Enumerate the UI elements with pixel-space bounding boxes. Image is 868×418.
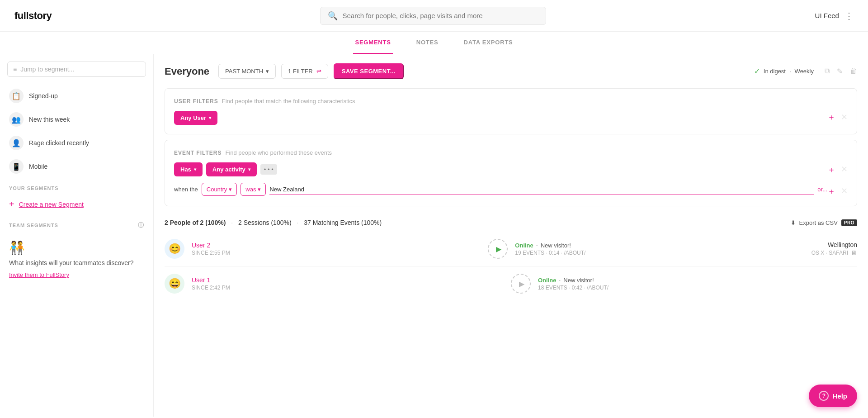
copy-icon[interactable]: ⧉ — [825, 67, 830, 76]
rage-clicked-icon: 👤 — [9, 136, 24, 150]
any-user-dropdown[interactable]: Any User ▾ — [174, 111, 217, 125]
team-segments-title: TEAM SEGMENTS ⓘ — [0, 214, 153, 233]
session-play-button-0[interactable]: ▶ — [488, 239, 508, 259]
user-since-1: SINCE 2:42 PM — [192, 285, 504, 291]
event-filter-actions: ＋ ✕ ＋ ✕ — [827, 162, 848, 197]
search-input[interactable] — [342, 12, 538, 19]
user-since-0: SINCE 2:55 PM — [192, 250, 481, 256]
user-filters-header: USER FILTERS Find people that match the … — [174, 98, 848, 104]
event-filters-section: EVENT FILTERS Find people who performed … — [165, 140, 857, 206]
create-segment-label[interactable]: Create a new Segment — [19, 201, 84, 208]
has-arrow: ▾ — [194, 167, 196, 172]
sidebar-item-rage-clicked[interactable]: 👤 Rage clicked recently — [0, 131, 153, 155]
location-city-0: Wellington — [811, 241, 857, 248]
event-filter-add-btn-bottom[interactable]: ＋ — [827, 186, 835, 197]
user-filter-actions: ＋ ✕ — [827, 111, 848, 123]
user-avatar-0: 😊 — [165, 239, 184, 259]
export-csv-button[interactable]: ⬇ Export as CSV PRO — [791, 219, 857, 226]
event-more-options[interactable]: • • • — [260, 164, 277, 175]
segment-search-icon: ≡ — [13, 66, 17, 73]
results-section: 2 People of 2 (100%) · 2 Sessions (100%)… — [165, 212, 857, 301]
event-filter-row-wrapper: Has ▾ Any activity ▾ • • • when the Coun… — [174, 162, 848, 197]
filter-count-button[interactable]: 1 FILTER ⇌ — [281, 64, 328, 79]
filter-icon: ⇌ — [316, 68, 321, 75]
user-name-0[interactable]: User 2 — [192, 242, 481, 249]
tab-segments[interactable]: SEGMENTS — [353, 32, 392, 54]
segment-title: Everyone — [165, 66, 209, 77]
rage-clicked-label: Rage clicked recently — [29, 139, 89, 147]
has-dropdown[interactable]: Has ▾ — [174, 162, 203, 176]
visitor-type-1: New visitor! — [563, 277, 594, 284]
user-filter-remove-btn[interactable]: ✕ — [841, 112, 848, 122]
create-segment[interactable]: + Create a new Segment — [0, 195, 153, 214]
session-status-0: Online · New visitor! — [515, 242, 804, 249]
content-area: Everyone PAST MONTH ▾ 1 FILTER ⇌ SAVE SE… — [154, 54, 868, 417]
user-info-1: User 1 SINCE 2:42 PM — [192, 276, 504, 291]
event-filters-header: EVENT FILTERS Find people who performed … — [174, 149, 848, 156]
your-segments-title: YOUR SEGMENTS — [0, 178, 153, 195]
search-icon: 🔍 — [328, 11, 338, 21]
play-icon-1: ▶ — [519, 280, 524, 288]
tab-notes[interactable]: NOTES — [415, 32, 440, 54]
country-value[interactable]: New Zealand — [269, 184, 814, 195]
edit-icon[interactable]: ✎ — [837, 67, 843, 76]
event-filter-remove-btn-bottom[interactable]: ✕ — [841, 186, 848, 197]
event-filter-rows: Has ▾ Any activity ▾ • • • when the Coun… — [174, 162, 827, 196]
session-info-0: Online · New visitor! 19 EVENTS · 0:14 ·… — [515, 242, 804, 256]
event-filter-remove-btn-top[interactable]: ✕ — [841, 164, 848, 175]
logo: fullstory — [14, 10, 52, 22]
event-filter-add-btn-top[interactable]: ＋ — [827, 164, 835, 175]
user-name-1[interactable]: User 1 — [192, 276, 504, 284]
digest-label: In digest — [764, 68, 786, 75]
os-info-0: OS X · SAFARI — [811, 250, 848, 256]
was-dropdown[interactable]: was ▾ — [241, 183, 266, 196]
new-this-week-icon: 👥 — [9, 112, 24, 127]
any-user-arrow: ▾ — [209, 115, 211, 120]
segment-search[interactable]: ≡ Jump to segment... — [7, 62, 146, 77]
delete-icon[interactable]: 🗑 — [850, 67, 857, 76]
help-button[interactable]: ? Help — [809, 385, 857, 407]
pro-badge: PRO — [841, 219, 857, 226]
activity-dropdown[interactable]: Any activity ▾ — [206, 162, 257, 176]
results-header: 2 People of 2 (100%) · 2 Sessions (100%)… — [165, 212, 857, 232]
tab-data-exports[interactable]: DATA EXPORTS — [462, 32, 515, 54]
session-play-button-1[interactable]: ▶ — [511, 274, 531, 294]
create-segment-plus-icon: + — [9, 199, 14, 209]
team-emoji: 🧑‍🤝‍🧑 — [9, 240, 144, 255]
team-segments-info-icon[interactable]: ⓘ — [138, 221, 144, 229]
sidebar-item-new-this-week[interactable]: 👥 New this week — [0, 108, 153, 131]
team-question: What insights will your teammates discov… — [9, 259, 144, 268]
event-filters-sub: Find people who performed these events — [225, 149, 332, 156]
monitor-icon-0: 🖥 — [851, 249, 857, 256]
save-segment-button[interactable]: SAVE SEGMENT... — [334, 63, 404, 79]
header-menu-icon[interactable]: ⋮ — [844, 10, 854, 21]
user-card-0: 😊 User 2 SINCE 2:55 PM ▶ Online · New vi… — [165, 232, 857, 266]
signed-up-icon: 📋 — [9, 89, 24, 103]
sidebar-item-signed-up[interactable]: 📋 Signed-up — [0, 84, 153, 108]
invite-link[interactable]: Invite them to FullStory — [9, 271, 144, 278]
signed-up-label: Signed-up — [29, 92, 58, 100]
online-badge-0: Online — [515, 242, 533, 249]
was-chevron: ▾ — [258, 186, 261, 193]
mobile-label: Mobile — [29, 163, 47, 170]
user-filter-add-btn[interactable]: ＋ — [827, 112, 835, 123]
content-header: Everyone PAST MONTH ▾ 1 FILTER ⇌ SAVE SE… — [154, 54, 868, 88]
activity-arrow: ▾ — [248, 167, 250, 172]
session-info-1: Online · New visitor! 18 EVENTS · 0:42 ·… — [538, 276, 850, 291]
time-filter-button[interactable]: PAST MONTH ▾ — [218, 64, 276, 79]
digest-actions: ⧉ ✎ 🗑 — [825, 67, 857, 76]
play-icon-0: ▶ — [496, 245, 501, 253]
user-avatar-1: 😄 — [165, 274, 184, 294]
session-status-1: Online · New visitor! — [538, 276, 850, 284]
help-circle-icon: ? — [819, 391, 829, 401]
sidebar-item-mobile[interactable]: 📱 Mobile — [0, 155, 153, 178]
session-details-0: 19 EVENTS · 0:14 · /ABOUT/ — [515, 250, 804, 256]
segment-search-placeholder: Jump to segment... — [20, 66, 74, 73]
nav-tabs: SEGMENTS NOTES DATA EXPORTS — [0, 32, 868, 54]
location-meta-0: OS X · SAFARI 🖥 — [811, 249, 857, 256]
country-dropdown[interactable]: Country ▾ — [202, 183, 237, 196]
user-location-0: Wellington OS X · SAFARI 🖥 — [811, 241, 857, 256]
search-bar[interactable]: 🔍 — [320, 7, 546, 25]
or-link[interactable]: or... — [817, 186, 827, 193]
user-filters-sub: Find people that match the following cha… — [222, 98, 355, 104]
